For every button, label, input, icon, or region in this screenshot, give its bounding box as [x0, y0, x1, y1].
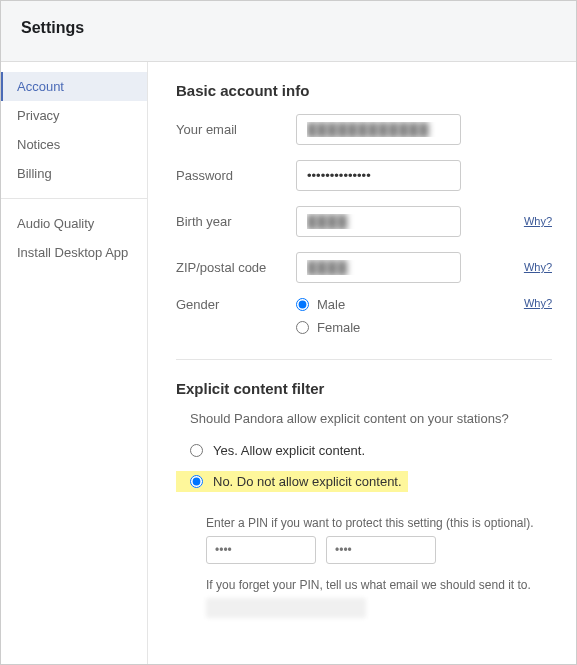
gender-male-label: Male	[317, 297, 345, 312]
pin-prompt: Enter a PIN if you want to protect this …	[206, 516, 552, 530]
pin-section: Enter a PIN if you want to protect this …	[176, 516, 552, 618]
nav-group-main: Account Privacy Notices Billing	[1, 72, 147, 199]
birth-why-link[interactable]: Why?	[524, 215, 552, 227]
explicit-yes-radio[interactable]	[190, 444, 203, 457]
explicit-yes-label: Yes. Allow explicit content.	[213, 443, 365, 458]
email-row: Your email	[176, 113, 552, 145]
sidebar-item-billing[interactable]: Billing	[1, 159, 147, 188]
pin-recovery-email[interactable]	[206, 598, 366, 618]
password-field[interactable]	[296, 160, 461, 191]
pin-field-2[interactable]	[326, 536, 436, 564]
explicit-no-radio[interactable]	[190, 475, 203, 488]
birth-row: Birth year Why?	[176, 205, 552, 237]
birth-year-field[interactable]	[296, 206, 461, 237]
section-divider	[176, 359, 552, 360]
settings-header: Settings	[1, 1, 576, 62]
password-row: Password	[176, 159, 552, 191]
password-label: Password	[176, 168, 296, 183]
explicit-filter-title: Explicit content filter	[176, 380, 552, 397]
sidebar-item-account[interactable]: Account	[1, 72, 147, 101]
explicit-yes-option[interactable]: Yes. Allow explicit content.	[176, 440, 552, 461]
nav-group-secondary: Audio Quality Install Desktop App	[1, 209, 147, 277]
gender-female-radio[interactable]	[296, 321, 309, 334]
explicit-no-option[interactable]: No. Do not allow explicit content.	[176, 471, 408, 492]
email-field[interactable]	[296, 114, 461, 145]
pin-forgot-prompt: If you forget your PIN, tell us what ema…	[206, 578, 552, 592]
pin-inputs	[206, 536, 552, 564]
gender-male-option[interactable]: Male	[296, 297, 360, 312]
gender-why-link[interactable]: Why?	[524, 297, 552, 309]
gender-female-label: Female	[317, 320, 360, 335]
gender-radio-group: Male Female	[296, 297, 360, 335]
zip-row: ZIP/postal code Why?	[176, 251, 552, 283]
zip-why-link[interactable]: Why?	[524, 261, 552, 273]
sidebar-item-notices[interactable]: Notices	[1, 130, 147, 159]
gender-label: Gender	[176, 297, 296, 312]
gender-row: Gender Male Female Why?	[176, 297, 552, 335]
sidebar-item-privacy[interactable]: Privacy	[1, 101, 147, 130]
page-title: Settings	[21, 19, 556, 37]
zip-label: ZIP/postal code	[176, 260, 296, 275]
explicit-no-label: No. Do not allow explicit content.	[213, 474, 402, 489]
gender-male-radio[interactable]	[296, 298, 309, 311]
explicit-filter-question: Should Pandora allow explicit content on…	[176, 411, 552, 426]
zip-field[interactable]	[296, 252, 461, 283]
gender-female-option[interactable]: Female	[296, 320, 360, 335]
sidebar-item-install-desktop[interactable]: Install Desktop App	[1, 238, 147, 267]
email-label: Your email	[176, 122, 296, 137]
sidebar: Account Privacy Notices Billing Audio Qu…	[1, 62, 148, 664]
pin-field-1[interactable]	[206, 536, 316, 564]
sidebar-item-audio-quality[interactable]: Audio Quality	[1, 209, 147, 238]
layout: Account Privacy Notices Billing Audio Qu…	[1, 62, 576, 664]
basic-info-title: Basic account info	[176, 82, 552, 99]
birth-label: Birth year	[176, 214, 296, 229]
content: Basic account info Your email Password B…	[148, 62, 576, 664]
